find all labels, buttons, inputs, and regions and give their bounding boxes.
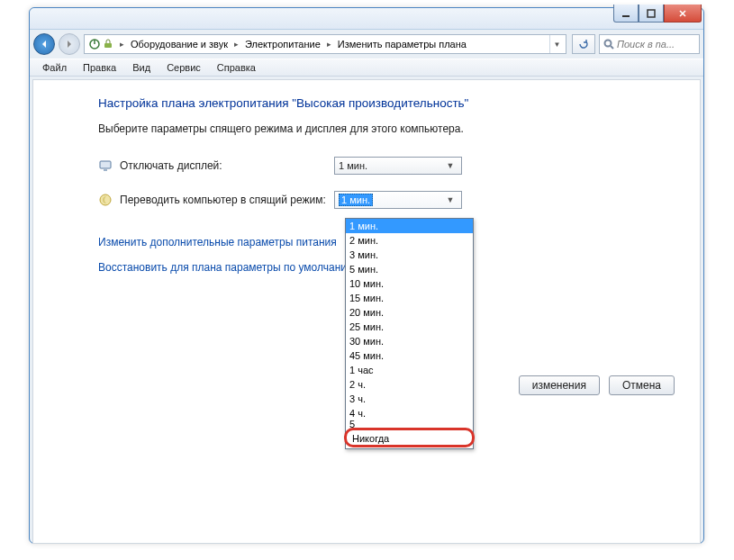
- window-buttons: [613, 5, 702, 23]
- row-display: Отключать дисплей: 1 мин. ▼: [98, 157, 646, 175]
- close-button[interactable]: [664, 5, 702, 23]
- dropdown-item[interactable]: 2 ч.: [346, 377, 473, 392]
- chevron-down-icon: ▼: [443, 161, 458, 170]
- page-title: Настройка плана электропитания "Высокая …: [98, 96, 646, 110]
- minimize-button[interactable]: [613, 5, 639, 23]
- page-subtitle: Выберите параметры спящего режима и дисп…: [98, 122, 646, 135]
- menu-file[interactable]: Файл: [35, 61, 74, 74]
- nav-forward-button[interactable]: [59, 33, 80, 55]
- refresh-button[interactable]: [572, 34, 595, 54]
- menu-help[interactable]: Справка: [210, 61, 263, 74]
- svg-point-7: [100, 194, 111, 205]
- menu-service[interactable]: Сервис: [159, 61, 208, 74]
- dropdown-item[interactable]: 20 мин.: [346, 305, 473, 320]
- breadcrumb-item[interactable]: Оборудование и звук: [128, 39, 231, 50]
- dropdown-item[interactable]: 1 час: [346, 363, 473, 377]
- cancel-button[interactable]: Отмена: [609, 375, 675, 395]
- monitor-icon: [98, 158, 113, 173]
- moon-icon: [98, 193, 113, 207]
- menubar: Файл Правка Вид Сервис Справка: [30, 59, 703, 77]
- svg-rect-6: [104, 169, 107, 171]
- save-button[interactable]: изменения: [519, 375, 600, 395]
- dropdown-item[interactable]: 3 мин.: [346, 248, 473, 262]
- crumb-sep-icon: ▸: [120, 40, 124, 49]
- crumb-sep-icon: ▸: [327, 40, 331, 49]
- dropdown-item[interactable]: 1 мин.: [346, 219, 473, 233]
- breadcrumb-item[interactable]: Изменить параметры плана: [335, 39, 469, 50]
- menu-edit[interactable]: Правка: [76, 61, 123, 74]
- sleep-timeout-dropdown: 1 мин. 2 мин. 3 мин. 5 мин. 10 мин. 15 м…: [345, 218, 474, 449]
- maximize-button[interactable]: [639, 5, 664, 23]
- svg-rect-3: [104, 43, 112, 48]
- dropdown-item-never[interactable]: Никогда: [344, 428, 475, 447]
- dropdown-item[interactable]: 4 ч.: [346, 406, 473, 420]
- dropdown-item[interactable]: 45 мин.: [346, 348, 473, 363]
- search-icon: [603, 39, 614, 50]
- dropdown-item[interactable]: 10 мин.: [346, 276, 473, 291]
- titlebar: [30, 8, 703, 30]
- dropdown-item[interactable]: 2 мин.: [346, 233, 473, 248]
- nav-back-button[interactable]: [33, 33, 55, 55]
- sleep-timeout-value: 1 мин.: [339, 194, 373, 206]
- power-icon: [88, 38, 101, 50]
- dropdown-item[interactable]: 5 мин.: [346, 262, 473, 276]
- sleep-timeout-select[interactable]: 1 мин. ▼: [334, 191, 462, 209]
- button-row: изменения Отмена: [519, 375, 675, 395]
- display-label: Отключать дисплей:: [120, 159, 334, 172]
- svg-rect-5: [100, 161, 111, 168]
- dropdown-item-partial[interactable]: 5: [346, 420, 473, 428]
- address-bar[interactable]: ▸ Оборудование и звук ▸ Электропитание ▸…: [84, 34, 566, 54]
- crumb-sep-icon: ▸: [234, 40, 239, 49]
- menu-view[interactable]: Вид: [125, 61, 158, 74]
- svg-point-4: [605, 41, 612, 47]
- chevron-down-icon: ▼: [443, 195, 458, 204]
- dropdown-item[interactable]: 3 ч.: [346, 392, 473, 406]
- svg-rect-1: [648, 10, 655, 17]
- dropdown-item[interactable]: 15 мин.: [346, 291, 473, 305]
- address-dropdown-button[interactable]: ▼: [549, 35, 564, 53]
- search-placeholder: Поиск в па...: [617, 39, 675, 50]
- svg-rect-0: [622, 15, 630, 17]
- address-icons: [86, 38, 116, 50]
- setting-icon: [102, 38, 114, 50]
- navbar: ▸ Оборудование и звук ▸ Электропитание ▸…: [30, 30, 703, 59]
- display-timeout-value: 1 мин.: [339, 160, 367, 171]
- row-sleep: Переводить компьютер в спящий режим: 1 м…: [98, 191, 646, 209]
- dropdown-item[interactable]: 30 мин.: [346, 334, 473, 348]
- search-input[interactable]: Поиск в па...: [599, 34, 700, 54]
- sleep-label: Переводить компьютер в спящий режим:: [120, 194, 334, 206]
- breadcrumb-item[interactable]: Электропитание: [242, 39, 323, 50]
- display-timeout-select[interactable]: 1 мин. ▼: [334, 157, 462, 175]
- dropdown-item[interactable]: 25 мин.: [346, 320, 473, 334]
